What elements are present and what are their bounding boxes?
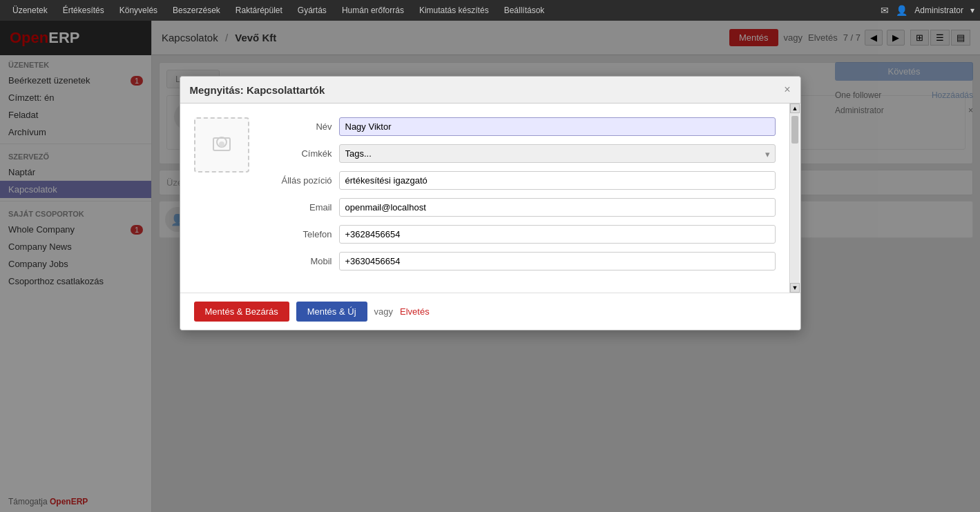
top-navigation: Üzenetek Értékesítés Könyvelés Beszerzés…: [0, 0, 980, 21]
chevron-down-icon: ▾: [970, 6, 974, 15]
tags-select[interactable]: Tags...: [339, 144, 776, 163]
modal-form: Név Címkék Tags... ▾: [263, 117, 776, 279]
tags-label: Címkék: [263, 148, 332, 159]
position-label: Állás pozíció: [263, 175, 332, 186]
name-input[interactable]: [339, 117, 776, 136]
phone-row: Telefon: [263, 225, 776, 244]
modal-title: Megnyitás: Kapcsolattartók: [190, 84, 325, 96]
modal-body-wrapper: Név Címkék Tags... ▾: [180, 104, 800, 293]
position-row: Állás pozíció: [263, 171, 776, 190]
nav-warehouse[interactable]: Raktárépület: [229, 3, 289, 18]
position-input[interactable]: [339, 171, 776, 190]
nav-manufacturing[interactable]: Gyártás: [291, 3, 334, 18]
nav-messages[interactable]: Üzenetek: [6, 3, 55, 18]
email-row: Email: [263, 198, 776, 217]
scroll-up-arrow[interactable]: ▲: [790, 104, 800, 113]
user-icon: 👤: [896, 5, 907, 16]
modal-body: Név Címkék Tags... ▾: [180, 104, 789, 293]
nav-accounting[interactable]: Könyvelés: [113, 3, 164, 18]
nav-hr[interactable]: Humán erőforrás: [335, 3, 411, 18]
phone-label: Telefon: [263, 229, 332, 239]
email-label: Email: [263, 202, 332, 213]
modal-footer: Mentés & Bezárás Mentés & Új vagy Elveté…: [180, 293, 800, 330]
nav-settings[interactable]: Beállítások: [497, 3, 552, 18]
tags-select-wrapper: Tags... ▾: [339, 144, 776, 163]
name-row: Név: [263, 117, 776, 136]
scroll-thumb[interactable]: [791, 116, 798, 144]
contacts-modal: Megnyitás: Kapcsolattartók ×: [180, 76, 801, 331]
save-close-button[interactable]: Mentés & Bezárás: [194, 302, 289, 322]
tags-row: Címkék Tags... ▾: [263, 144, 776, 163]
svg-point-2: [219, 141, 224, 147]
user-name[interactable]: Administrator: [914, 6, 963, 15]
mail-icon[interactable]: ✉: [881, 5, 889, 16]
footer-or-text: vagy: [374, 306, 393, 317]
scroll-track: [791, 113, 799, 283]
name-label: Név: [263, 121, 332, 132]
mobile-label: Mobil: [263, 256, 332, 266]
modal-scrollbar: ▲ ▼: [789, 104, 800, 293]
mobile-input[interactable]: [339, 252, 776, 270]
mobile-row: Mobil: [263, 252, 776, 270]
nav-sales[interactable]: Értékesítés: [56, 3, 111, 18]
modal-close-button[interactable]: ×: [784, 83, 790, 96]
modal-overlay: Megnyitás: Kapcsolattartók ×: [0, 21, 980, 512]
save-new-button[interactable]: Mentés & Új: [296, 302, 367, 322]
email-input[interactable]: [339, 198, 776, 217]
top-nav-right: ✉ 👤 Administrator ▾: [881, 5, 974, 16]
modal-header: Megnyitás: Kapcsolattartók ×: [180, 77, 800, 104]
scroll-down-arrow[interactable]: ▼: [790, 283, 800, 293]
camera-icon: [208, 131, 236, 159]
modal-avatar[interactable]: [194, 117, 249, 173]
nav-purchases[interactable]: Beszerzések: [166, 3, 227, 18]
phone-input[interactable]: [339, 225, 776, 244]
modal-avatar-section: [194, 117, 249, 279]
discard-link[interactable]: Elvetés: [400, 306, 430, 317]
nav-reporting[interactable]: Kimutatás készítés: [412, 3, 496, 18]
nav-menu: Üzenetek Értékesítés Könyvelés Beszerzés…: [6, 3, 551, 18]
